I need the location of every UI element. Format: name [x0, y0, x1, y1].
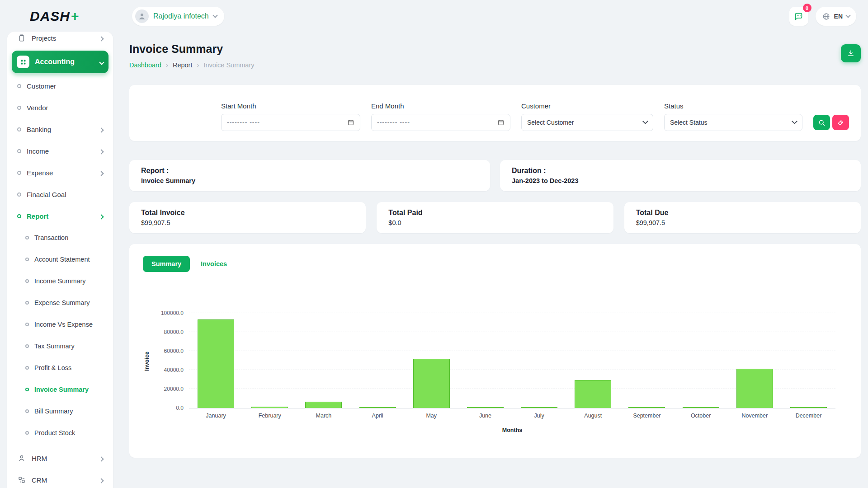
- main-content: Invoice Summary Dashboard › Report › Inv…: [129, 33, 861, 458]
- y-tick-label: 0.0: [176, 405, 184, 411]
- sidebar-subitem-label: Transaction: [34, 234, 68, 241]
- total-due-card: Total Due $99,907.5: [624, 202, 861, 233]
- sidebar-item-accounting[interactable]: Accounting: [12, 51, 108, 73]
- company-name: Rajodiya infotech: [153, 12, 209, 20]
- apply-filter-button[interactable]: [813, 115, 830, 130]
- sidebar-item-hrm[interactable]: HRM: [12, 447, 108, 469]
- hrm-icon: [17, 454, 26, 463]
- x-tick-label: February: [243, 413, 297, 419]
- logo-zone: DASH+: [0, 9, 116, 24]
- company-selector[interactable]: Rajodiya infotech: [132, 7, 224, 26]
- total-invoice-value: $99,907.5: [141, 219, 354, 226]
- chevron-right-icon: [99, 127, 104, 132]
- x-tick-label: December: [782, 413, 835, 419]
- sidebar-subitem-expense-summary[interactable]: Expense Summary: [12, 292, 108, 314]
- crm-icon: [17, 475, 26, 484]
- status-select-value: Select Status: [670, 119, 708, 126]
- sidebar-subitem-label: Expense Summary: [34, 299, 90, 306]
- end-month-input[interactable]: -------- ----: [371, 114, 510, 131]
- bar-slot: [512, 314, 566, 408]
- reset-filter-button[interactable]: [832, 115, 849, 130]
- bullet-icon: [25, 431, 29, 435]
- total-due-value: $99,907.5: [636, 219, 849, 226]
- sidebar-item-expense[interactable]: Expense: [12, 162, 108, 183]
- x-tick-label: May: [405, 413, 458, 419]
- bullet-icon: [25, 344, 29, 348]
- x-tick-label: July: [512, 413, 566, 419]
- tab-summary[interactable]: Summary: [143, 256, 190, 272]
- sidebar-item-projects[interactable]: Projects: [12, 32, 108, 49]
- sidebar-item-report[interactable]: Report: [12, 205, 108, 227]
- bar-slot: [782, 314, 835, 408]
- sidebar-item-banking[interactable]: Banking: [12, 118, 108, 140]
- sidebar-subitem-transaction[interactable]: Transaction: [12, 227, 108, 249]
- sidebar-item-label: Projects: [32, 34, 56, 42]
- sidebar-item-label: Customer: [27, 82, 56, 90]
- status-label: Status: [664, 102, 802, 110]
- sidebar-item-income[interactable]: Income: [12, 140, 108, 162]
- breadcrumb: Dashboard › Report › Invoice Summary: [129, 61, 254, 69]
- bullet-icon: [25, 258, 29, 261]
- accounting-grid-icon: [17, 56, 29, 68]
- logo-plus-icon: +: [71, 9, 80, 24]
- search-icon: [818, 119, 826, 127]
- sidebar: ProjectsAccountingCustomerVendorBankingI…: [7, 32, 113, 488]
- sidebar-subitem-invoice-summary[interactable]: Invoice Summary: [12, 379, 108, 400]
- plot-column: 0.020000.040000.060000.080000.0100000.0 …: [189, 314, 835, 433]
- sidebar-subitem-bill-summary[interactable]: Bill Summary: [12, 400, 108, 422]
- bar-october: [683, 407, 719, 408]
- sidebar-subitem-income-vs-expense[interactable]: Income Vs Expense: [12, 314, 108, 335]
- chevron-right-icon: [99, 171, 104, 176]
- sidebar-subitem-account-statement[interactable]: Account Statement: [12, 249, 108, 270]
- brand-logo[interactable]: DASH+: [30, 9, 116, 24]
- language-code: EN: [834, 13, 843, 20]
- total-paid-label: Total Paid: [388, 209, 601, 217]
- x-tick-label: April: [351, 413, 405, 419]
- filter-card: Start Month -------- ---- End Month ----…: [129, 85, 861, 141]
- bullet-icon: [17, 84, 21, 88]
- sidebar-subitem-tax-summary[interactable]: Tax Summary: [12, 335, 108, 357]
- sidebar-item-label: Finacial Goal: [27, 191, 66, 198]
- bar-july: [521, 407, 557, 408]
- breadcrumb-dashboard[interactable]: Dashboard: [129, 61, 161, 69]
- download-button[interactable]: [841, 44, 861, 62]
- chart-card: Summary Invoices Invoice 0.020000.040000…: [129, 244, 861, 458]
- sidebar-item-label: Expense: [27, 169, 53, 177]
- y-tick-label: 40000.0: [164, 367, 184, 373]
- sidebar-item-vendor[interactable]: Vendor: [12, 97, 108, 118]
- chevron-right-icon: [99, 478, 104, 483]
- messages-button[interactable]: 0: [789, 7, 808, 26]
- breadcrumb-report[interactable]: Report: [173, 61, 193, 69]
- bullet-icon: [25, 236, 29, 239]
- bar-slot: [458, 314, 512, 408]
- duration-info-card: Duration : Jan-2023 to Dec-2023: [500, 160, 861, 191]
- chat-icon: [794, 12, 803, 21]
- language-selector[interactable]: EN: [816, 7, 856, 26]
- bar-april: [359, 407, 396, 408]
- messages-badge: 0: [803, 4, 811, 12]
- sidebar-item-customer[interactable]: Customer: [12, 75, 108, 97]
- bar-slot: [243, 314, 297, 408]
- sidebar-subitem-label: Tax Summary: [34, 343, 75, 350]
- company-avatar: [135, 9, 149, 23]
- status-select[interactable]: Select Status: [664, 114, 802, 131]
- bullet-icon: [25, 409, 29, 413]
- logo-text: DASH: [30, 9, 70, 24]
- top-header: DASH+ Rajodiya infotech 0 EN: [0, 0, 868, 33]
- start-month-input[interactable]: -------- ----: [221, 114, 360, 131]
- sidebar-subitem-profit-loss[interactable]: Profit & Loss: [12, 357, 108, 379]
- tab-invoices[interactable]: Invoices: [201, 260, 227, 267]
- sidebar-subitem-income-summary[interactable]: Income Summary: [12, 270, 108, 292]
- chevron-spacer: [99, 455, 103, 462]
- bullet-icon: [25, 366, 29, 370]
- sidebar-item-finacial-goal[interactable]: Finacial Goal: [12, 183, 108, 205]
- breadcrumb-separator: ›: [166, 61, 168, 69]
- info-row: Report : Invoice Summary Duration : Jan-…: [129, 160, 861, 191]
- report-value: Invoice Summary: [141, 177, 478, 184]
- sidebar-subitem-product-stock[interactable]: Product Stock: [12, 422, 108, 444]
- sidebar-item-crm[interactable]: CRM: [12, 469, 108, 488]
- customer-select-value: Select Customer: [527, 119, 574, 126]
- x-tick-label: October: [674, 413, 728, 419]
- customer-select[interactable]: Select Customer: [521, 114, 653, 131]
- bar-slot: [620, 314, 674, 408]
